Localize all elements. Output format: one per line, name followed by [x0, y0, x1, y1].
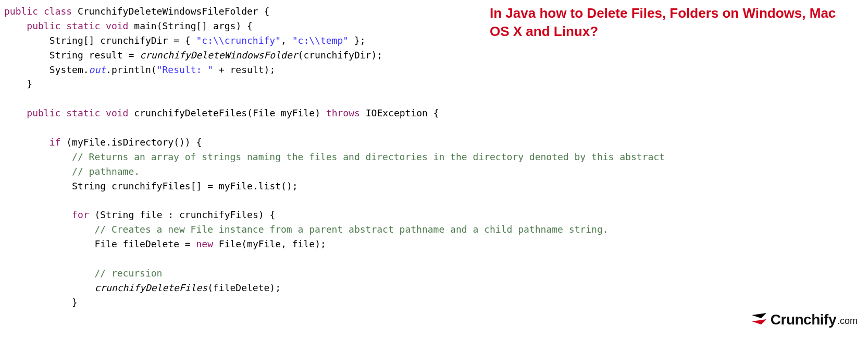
throws-type: IOException: [366, 107, 428, 118]
arg: myFile: [247, 238, 281, 249]
var: crunchifyDir: [100, 35, 168, 46]
logo-icon: [750, 311, 768, 328]
string-literal: "Result: ": [157, 64, 213, 75]
type: File: [94, 238, 117, 249]
static-call: crunchifyDeleteFiles: [94, 282, 207, 293]
comment: // pathname.: [72, 166, 140, 177]
headline: In Java how to Delete Files, Folders on …: [490, 4, 858, 41]
kw-new: new: [196, 238, 213, 249]
kw-static: static: [66, 107, 100, 118]
iter: crunchifyFiles: [179, 209, 258, 220]
obj: myFile: [72, 137, 106, 148]
obj: myFile: [219, 180, 253, 191]
param-name: myFile: [281, 107, 315, 118]
println: println: [111, 64, 151, 75]
arg: file: [292, 238, 315, 249]
var: result: [230, 64, 264, 75]
logo-suffix: .com: [837, 314, 858, 329]
var: fileDelete: [123, 238, 179, 249]
class-name: CrunchifyDeleteWindowsFileFolder: [78, 6, 258, 17]
kw-for: for: [72, 209, 89, 220]
method-name: crunchifyDeleteFiles: [134, 107, 247, 118]
kw-throws: throws: [326, 107, 360, 118]
type: String: [72, 180, 106, 191]
logo: Crunchify .com: [750, 308, 858, 331]
call: isDirectory: [111, 137, 173, 148]
kw-public: public: [27, 20, 60, 31]
param-type: File: [253, 107, 275, 118]
var: result: [89, 50, 123, 61]
var: crunchifyFiles: [111, 180, 191, 191]
type: String: [49, 50, 83, 61]
kw-public: public: [4, 6, 38, 17]
string-literal: "c:\\temp": [292, 35, 349, 46]
out: out: [89, 64, 106, 75]
kw-class: class: [44, 6, 72, 17]
var: file: [140, 209, 162, 220]
arg: crunchifyDir: [303, 50, 371, 61]
type: String[]: [49, 35, 95, 46]
method-main: main: [134, 20, 156, 31]
comment: // recursion: [94, 268, 162, 279]
comment: // Creates a new File instance from a pa…: [94, 224, 608, 235]
kw-if: if: [49, 137, 61, 148]
comment: // Returns an array of strings naming th…: [72, 151, 665, 162]
call: list: [258, 180, 281, 191]
param-name: args: [213, 20, 235, 31]
logo-brand: Crunchify: [771, 308, 836, 331]
kw-public: public: [27, 107, 60, 118]
param-type: String[]: [163, 20, 208, 31]
kw-static: static: [66, 20, 100, 31]
type: String: [100, 209, 134, 220]
kw-void: void: [106, 20, 128, 31]
arg: fileDelete: [213, 282, 269, 293]
code-block: public class CrunchifyDeleteWindowsFileF…: [0, 0, 868, 314]
string-literal: "c:\\crunchify": [196, 35, 281, 46]
ctor-type: File: [219, 238, 241, 249]
kw-void: void: [106, 107, 128, 118]
static-call: crunchifyDeleteWindowsFolder: [140, 50, 297, 61]
sys: System: [49, 64, 83, 75]
